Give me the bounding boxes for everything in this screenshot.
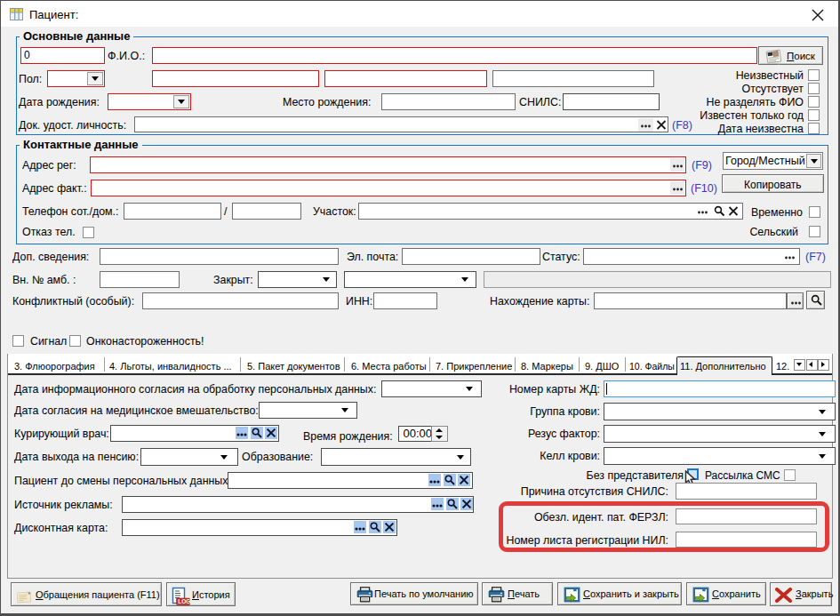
svg-text:LOG: LOG: [178, 598, 190, 604]
